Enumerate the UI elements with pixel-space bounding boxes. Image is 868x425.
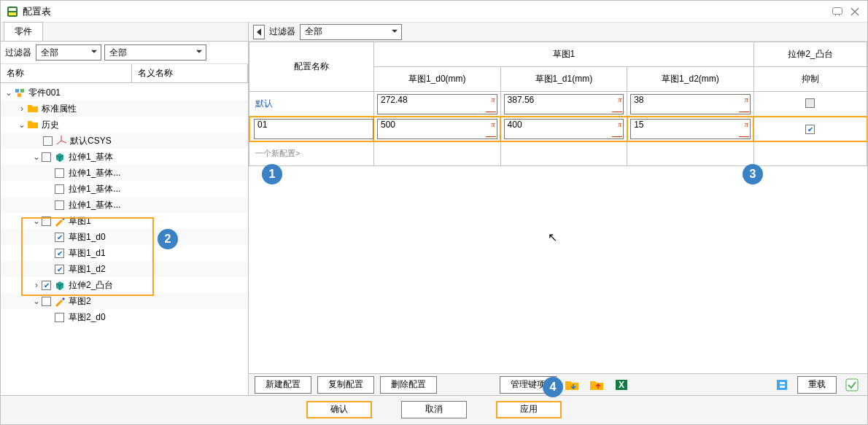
- tree-sketch2[interactable]: ⌄草图2: [1, 293, 248, 309]
- filter-dropdown[interactable]: 全部: [300, 24, 402, 40]
- checkbox[interactable]: [42, 152, 51, 162]
- manage-keys-button[interactable]: 管理键项: [500, 376, 557, 394]
- header-d2: 草图1_d2(mm): [627, 67, 754, 92]
- import-icon[interactable]: [562, 376, 581, 394]
- cancel-button[interactable]: 取消: [401, 401, 467, 418]
- close-icon[interactable]: [848, 5, 861, 18]
- svg-rect-10: [846, 379, 858, 391]
- feature-tree: ⌄零件001 ›标准属性 ⌄历史 默认CSYS ⌄拉伸1_基体 拉伸1_基体..…: [1, 83, 248, 395]
- expand-icon[interactable]: ›: [31, 280, 42, 290]
- sketch-icon: [54, 215, 66, 227]
- folder-icon: [27, 103, 39, 114]
- tree-root[interactable]: ⌄零件001: [1, 85, 248, 101]
- formula-icon[interactable]: [745, 95, 748, 104]
- checkbox[interactable]: [55, 313, 64, 322]
- checkbox[interactable]: [55, 233, 64, 242]
- ok-button[interactable]: 确认: [306, 401, 372, 418]
- tab-part[interactable]: 零件: [4, 22, 43, 41]
- tree-std-attr[interactable]: ›标准属性: [1, 101, 248, 117]
- checkbox[interactable]: [43, 136, 53, 146]
- tree-extrude1-c[interactable]: 拉伸1_基体...: [1, 197, 248, 213]
- expand-icon[interactable]: ⌄: [31, 296, 42, 306]
- extrude-icon: [54, 151, 66, 163]
- formula-icon[interactable]: [745, 120, 748, 128]
- tree-extrude1[interactable]: ⌄拉伸1_基体: [1, 149, 248, 165]
- checkbox[interactable]: [55, 184, 64, 194]
- config-grid: 配置名称 草图1 拉伸2_凸台 草图1_d0(mm) 草图1_d1(mm) 草图…: [249, 42, 867, 373]
- folder-icon: [27, 119, 39, 130]
- copy-config-button[interactable]: 复制配置: [317, 376, 374, 394]
- header-d1: 草图1_d1(mm): [500, 67, 627, 92]
- suppress-checkbox[interactable]: [805, 98, 815, 108]
- tree-extrude1-a[interactable]: 拉伸1_基体...: [1, 165, 248, 181]
- apply-button[interactable]: 应用: [496, 401, 562, 418]
- tree-headers: 名称 名义名称: [1, 64, 248, 83]
- tree-sketch1-d1[interactable]: 草图1_d1: [1, 245, 248, 261]
- d1-input[interactable]: 387.56: [504, 94, 624, 114]
- tree-history[interactable]: ⌄历史: [1, 117, 248, 133]
- svg-rect-5: [20, 89, 24, 93]
- expand-icon[interactable]: ⌄: [31, 216, 42, 226]
- export-icon[interactable]: [587, 376, 606, 394]
- checkbox[interactable]: [42, 297, 51, 306]
- config-row-default[interactable]: 默认 272.48 387.56 38: [249, 92, 867, 117]
- sketch-icon: [54, 295, 66, 307]
- app-icon: [7, 6, 18, 17]
- help-icon[interactable]: [831, 5, 844, 18]
- expand-icon[interactable]: ›: [17, 104, 27, 114]
- part-icon: [14, 87, 26, 98]
- tree-sketch1[interactable]: ⌄草图1: [1, 213, 248, 229]
- expand-icon[interactable]: ⌄: [17, 120, 27, 130]
- d1-input[interactable]: 400: [504, 119, 624, 139]
- left-filter-row: 过滤器 全部 全部: [1, 42, 248, 64]
- formula-icon[interactable]: [618, 95, 621, 104]
- filter-label: 过滤器: [269, 26, 295, 38]
- tree-extrude2[interactable]: ›拉伸2_凸台: [1, 277, 248, 293]
- config-row-01[interactable]: 01 500 400 15: [249, 117, 867, 141]
- formula-icon[interactable]: [492, 95, 495, 104]
- checkbox[interactable]: [42, 281, 51, 290]
- svg-rect-6: [18, 93, 21, 97]
- validate-icon[interactable]: [842, 376, 861, 394]
- checkbox[interactable]: [55, 265, 64, 274]
- suppress-checkbox[interactable]: [805, 125, 815, 134]
- reload-button[interactable]: 重载: [797, 376, 837, 394]
- header-suppress: 抑制: [753, 67, 867, 92]
- header-name: 名称: [1, 64, 132, 82]
- new-config-button[interactable]: 新建配置: [255, 376, 311, 394]
- svg-rect-2: [9, 12, 16, 15]
- prev-button[interactable]: [253, 25, 265, 39]
- expand-icon[interactable]: ⌄: [31, 152, 42, 162]
- checkbox[interactable]: [55, 200, 64, 210]
- refresh-icon[interactable]: [772, 376, 791, 394]
- d0-input[interactable]: 272.48: [377, 94, 497, 114]
- header-extrude2-group: 拉伸2_凸台: [753, 42, 867, 67]
- tree-default-csys[interactable]: 默认CSYS: [1, 133, 248, 149]
- filter-dropdown-1[interactable]: 全部: [36, 44, 101, 61]
- header-config-name: 配置名称: [249, 42, 374, 92]
- right-pane: 过滤器 全部 配置名称 草图1 拉伸2_凸台 草图1_d0(mm) 草图1_d1…: [249, 23, 867, 395]
- delete-config-button[interactable]: 删除配置: [380, 376, 437, 394]
- config-name-cell[interactable]: 默认: [249, 98, 373, 110]
- checkbox[interactable]: [55, 249, 64, 258]
- expand-icon[interactable]: ⌄: [4, 87, 14, 98]
- formula-icon[interactable]: [492, 120, 495, 128]
- new-config-row[interactable]: 一个新配置>: [249, 141, 867, 166]
- svg-text:X: X: [619, 380, 624, 390]
- d0-input[interactable]: 500: [377, 119, 497, 139]
- formula-icon[interactable]: [618, 120, 621, 128]
- new-config-placeholder[interactable]: 一个新配置>: [249, 148, 373, 159]
- tree-sketch2-d0[interactable]: 草图2_d0: [1, 309, 248, 325]
- svg-rect-3: [833, 7, 842, 14]
- tree-sketch1-d2[interactable]: 草图1_d2: [1, 261, 248, 277]
- excel-icon[interactable]: X: [612, 376, 631, 394]
- header-nominal: 名义名称: [132, 64, 248, 82]
- csys-icon: [55, 135, 67, 147]
- d2-input[interactable]: 38: [630, 94, 751, 114]
- checkbox[interactable]: [42, 217, 51, 226]
- tree-extrude1-b[interactable]: 拉伸1_基体...: [1, 181, 248, 197]
- tree-sketch1-d0[interactable]: 草图1_d0: [1, 229, 248, 245]
- d2-input[interactable]: 15: [630, 119, 751, 139]
- filter-dropdown-2[interactable]: 全部: [104, 44, 206, 61]
- checkbox[interactable]: [55, 168, 64, 178]
